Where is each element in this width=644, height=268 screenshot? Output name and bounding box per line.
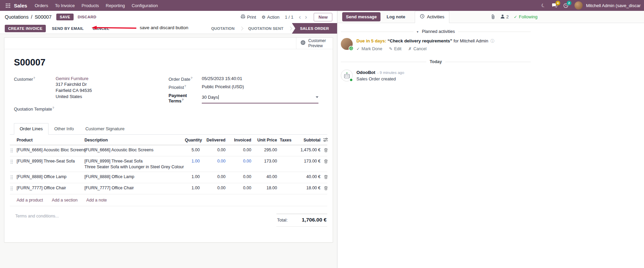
invoiced-cell[interactable]: 0.00: [227, 183, 253, 193]
invoiced-cell[interactable]: 0.00: [227, 156, 253, 166]
header-unit-price[interactable]: Unit Price: [253, 135, 278, 145]
mark-done-button[interactable]: ✓ Mark Done: [356, 46, 382, 51]
tab-customer-signature[interactable]: Customer Signature: [80, 123, 131, 134]
app-name[interactable]: Sales: [14, 3, 27, 8]
quantity-cell[interactable]: 1.00: [183, 156, 201, 166]
following-button[interactable]: ✓ Following: [514, 14, 538, 19]
nav-item-orders[interactable]: Orders: [31, 0, 52, 11]
pager-previous-icon[interactable]: ‹: [297, 14, 302, 20]
add-product-link[interactable]: Add a product: [17, 198, 43, 203]
header-taxes[interactable]: Taxes: [278, 135, 297, 145]
nav-item-configuration[interactable]: Configuration: [128, 0, 161, 11]
pricelist-value[interactable]: Public Pricelist (USD): [202, 84, 244, 90]
delete-line-icon[interactable]: [322, 172, 329, 183]
attachment-paperclip-icon[interactable]: [491, 14, 495, 19]
taxes-cell[interactable]: [278, 156, 297, 161]
description-cell[interactable]: [FURN_8999] Three-Seat Sofa Three Seater…: [83, 156, 183, 172]
user-name[interactable]: Mitchell Admin (save_discar: [586, 3, 641, 8]
add-section-link[interactable]: Add a section: [52, 198, 78, 203]
optional-columns-icon[interactable]: [322, 135, 329, 145]
product-cell[interactable]: [FURN_8888] Office Lamp: [15, 172, 83, 181]
activity-avatar[interactable]: [341, 38, 353, 50]
table-row[interactable]: [FURN_6666] Acoustic Bloc Screens [FURN_…: [10, 145, 327, 156]
messages-icon[interactable]: 4: [552, 3, 557, 8]
planned-activities-header[interactable]: ▾ Planned activities: [341, 29, 531, 34]
unit-price-cell[interactable]: 18.00: [253, 183, 278, 193]
header-invoiced[interactable]: Invoiced: [227, 135, 253, 145]
invoiced-cell[interactable]: 0.00: [227, 172, 253, 181]
table-row[interactable]: [FURN_8999] Three-Seat Sofa [FURN_8999] …: [10, 156, 327, 172]
dropdown-caret-icon[interactable]: [316, 96, 318, 98]
nav-item-to-invoice[interactable]: To Invoice: [52, 0, 78, 11]
odoobot-avatar[interactable]: [341, 70, 353, 81]
stage-quotation-sent[interactable]: QUOTATION SENT: [243, 23, 289, 34]
delete-line-icon[interactable]: [322, 183, 329, 194]
payment-terms-input[interactable]: 30 Days: [202, 93, 318, 103]
send-message-button[interactable]: Send message: [342, 12, 380, 21]
description-cell[interactable]: [FURN_6666] Acoustic Bloc Screens: [83, 145, 183, 155]
breadcrumb-quotations[interactable]: Quotations: [5, 14, 28, 20]
header-subtotal[interactable]: Subtotal: [297, 135, 322, 145]
quotation-template-field[interactable]: Quotation Template?: [14, 106, 169, 112]
cancel-button[interactable]: CANCEL: [90, 25, 112, 32]
dark-mode-icon[interactable]: ☾: [541, 2, 546, 8]
discard-button[interactable]: DISCARD: [78, 15, 96, 19]
terms-placeholder[interactable]: Terms and conditions...: [15, 214, 59, 218]
nav-item-reporting[interactable]: Reporting: [102, 0, 128, 11]
drag-handle-icon[interactable]: [10, 156, 15, 167]
description-cell[interactable]: [FURN_8888] Office Lamp: [83, 172, 183, 181]
delivered-cell[interactable]: 0.00: [201, 145, 227, 155]
delete-line-icon[interactable]: [322, 156, 329, 167]
message-author[interactable]: OdooBot: [356, 70, 375, 75]
drag-handle-icon[interactable]: [10, 145, 15, 156]
quantity-cell[interactable]: 5.00: [183, 145, 201, 155]
product-cell[interactable]: [FURN_6666] Acoustic Bloc Screens: [15, 145, 83, 155]
customer-preview-button[interactable]: Customer Preview: [296, 38, 333, 49]
pager-next-icon[interactable]: ›: [304, 14, 308, 20]
header-product[interactable]: Product: [15, 135, 83, 145]
user-avatar[interactable]: [574, 1, 583, 9]
drag-handle-icon[interactable]: [10, 183, 15, 194]
tab-activities[interactable]: Activities: [415, 11, 449, 23]
unit-price-cell[interactable]: 295.00: [253, 145, 278, 155]
customer-link[interactable]: Gemini Furniture: [56, 76, 92, 81]
activities-clock-icon[interactable]: 2: [563, 3, 568, 8]
edit-activity-button[interactable]: ✎ Edit: [389, 46, 402, 51]
header-delivered[interactable]: Delivered: [201, 135, 227, 145]
log-note-button[interactable]: Log note: [387, 14, 405, 19]
followers-button[interactable]: 2: [500, 14, 509, 20]
table-row[interactable]: [FURN_7777] Office Chair [FURN_7777] Off…: [10, 183, 327, 194]
info-icon[interactable]: ⓘ: [490, 39, 494, 43]
order-date-value[interactable]: 05/25/2023 15:40:01: [202, 76, 242, 82]
nav-item-products[interactable]: Products: [78, 0, 102, 11]
stage-sales-order[interactable]: SALES ORDER: [292, 23, 337, 34]
cancel-activity-button[interactable]: ✗ Cancel: [408, 46, 427, 51]
taxes-cell[interactable]: [278, 145, 297, 150]
tab-order-lines[interactable]: Order Lines: [14, 123, 48, 135]
drag-handle-icon[interactable]: [10, 172, 15, 183]
header-quantity[interactable]: Quantity: [183, 135, 201, 145]
quantity-cell[interactable]: 1.00: [183, 183, 201, 193]
stage-quotation[interactable]: QUOTATION: [206, 23, 240, 34]
delivered-cell[interactable]: 0.00: [201, 172, 227, 181]
header-description[interactable]: Description: [83, 135, 183, 145]
delete-line-icon[interactable]: [322, 145, 329, 156]
table-row[interactable]: [FURN_8888] Office Lamp [FURN_8888] Offi…: [10, 172, 327, 183]
unit-price-cell[interactable]: 173.00: [253, 156, 278, 166]
tab-other-info[interactable]: Other Info: [48, 123, 80, 134]
save-button[interactable]: SAVE: [56, 14, 74, 20]
taxes-cell[interactable]: [278, 183, 297, 188]
send-by-email-button[interactable]: SEND BY EMAIL: [49, 25, 86, 32]
product-cell[interactable]: [FURN_7777] Office Chair: [15, 183, 83, 193]
quantity-cell[interactable]: 1.00: [183, 172, 201, 181]
apps-grid-icon[interactable]: [3, 1, 12, 10]
product-cell[interactable]: [FURN_8999] Three-Seat Sofa: [15, 156, 83, 166]
invoiced-cell[interactable]: 0.00: [227, 145, 253, 155]
description-cell[interactable]: [FURN_7777] Office Chair: [83, 183, 183, 193]
delivered-cell[interactable]: 0.00: [201, 156, 227, 166]
delivered-cell[interactable]: 0.00: [201, 183, 227, 193]
action-menu-button[interactable]: ⚙ Action: [261, 15, 279, 20]
taxes-cell[interactable]: [278, 172, 297, 177]
new-button[interactable]: New: [314, 13, 332, 21]
add-note-link[interactable]: Add a note: [86, 198, 107, 203]
